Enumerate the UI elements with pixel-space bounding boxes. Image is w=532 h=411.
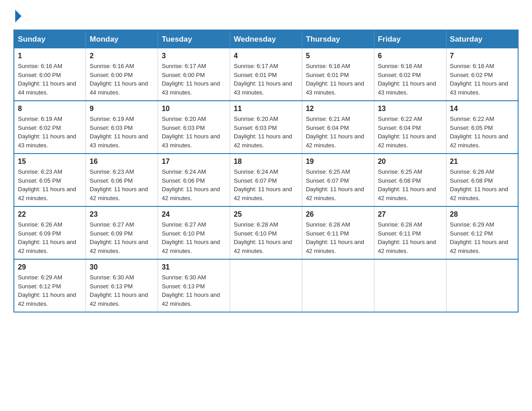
day-info: Sunrise: 6:27 AMSunset: 6:09 PMDaylight:…	[90, 220, 154, 255]
day-info: Sunrise: 6:19 AMSunset: 6:02 PMDaylight:…	[18, 115, 82, 150]
calendar-cell: 26 Sunrise: 6:28 AMSunset: 6:11 PMDaylig…	[302, 206, 374, 259]
day-number: 25	[234, 210, 298, 218]
day-info: Sunrise: 6:16 AMSunset: 6:00 PMDaylight:…	[90, 62, 154, 97]
day-number: 22	[18, 210, 82, 218]
calendar-cell: 4 Sunrise: 6:17 AMSunset: 6:01 PMDayligh…	[230, 48, 302, 101]
calendar-cell	[446, 259, 518, 312]
calendar-cell: 1 Sunrise: 6:16 AMSunset: 6:00 PMDayligh…	[14, 48, 86, 101]
day-number: 26	[306, 210, 370, 218]
day-info: Sunrise: 6:23 AMSunset: 6:06 PMDaylight:…	[90, 167, 154, 202]
day-info: Sunrise: 6:16 AMSunset: 6:00 PMDaylight:…	[18, 62, 82, 97]
day-info: Sunrise: 6:22 AMSunset: 6:04 PMDaylight:…	[378, 115, 442, 150]
day-number: 13	[378, 105, 442, 113]
day-info: Sunrise: 6:29 AMSunset: 6:12 PMDaylight:…	[450, 220, 514, 255]
calendar-cell: 10 Sunrise: 6:20 AMSunset: 6:03 PMDaylig…	[158, 101, 230, 154]
calendar-header-monday: Monday	[86, 30, 158, 48]
day-info: Sunrise: 6:18 AMSunset: 6:01 PMDaylight:…	[306, 62, 370, 97]
calendar-cell: 16 Sunrise: 6:23 AMSunset: 6:06 PMDaylig…	[86, 154, 158, 206]
calendar-cell: 20 Sunrise: 6:25 AMSunset: 6:08 PMDaylig…	[374, 154, 446, 206]
day-number: 15	[18, 158, 82, 166]
day-number: 3	[162, 52, 226, 60]
calendar-cell: 25 Sunrise: 6:28 AMSunset: 6:10 PMDaylig…	[230, 206, 302, 259]
calendar-header-row: SundayMondayTuesdayWednesdayThursdayFrid…	[14, 30, 518, 48]
day-number: 27	[378, 210, 442, 218]
calendar-cell: 22 Sunrise: 6:26 AMSunset: 6:09 PMDaylig…	[14, 206, 86, 259]
day-number: 14	[450, 105, 514, 113]
day-number: 17	[162, 158, 226, 166]
calendar-header-tuesday: Tuesday	[158, 30, 230, 48]
day-info: Sunrise: 6:28 AMSunset: 6:10 PMDaylight:…	[234, 220, 298, 255]
calendar-cell	[374, 259, 446, 312]
day-number: 31	[162, 263, 226, 271]
calendar-cell: 21 Sunrise: 6:26 AMSunset: 6:08 PMDaylig…	[446, 154, 518, 206]
day-number: 29	[18, 263, 82, 271]
day-info: Sunrise: 6:28 AMSunset: 6:11 PMDaylight:…	[378, 220, 442, 255]
calendar-cell: 14 Sunrise: 6:22 AMSunset: 6:05 PMDaylig…	[446, 101, 518, 154]
logo	[13, 9, 21, 21]
day-info: Sunrise: 6:21 AMSunset: 6:04 PMDaylight:…	[306, 115, 370, 150]
calendar-header-sunday: Sunday	[14, 30, 86, 48]
day-info: Sunrise: 6:22 AMSunset: 6:05 PMDaylight:…	[450, 115, 514, 150]
day-info: Sunrise: 6:24 AMSunset: 6:07 PMDaylight:…	[234, 167, 298, 202]
calendar-week-row: 8 Sunrise: 6:19 AMSunset: 6:02 PMDayligh…	[14, 101, 518, 154]
day-info: Sunrise: 6:17 AMSunset: 6:01 PMDaylight:…	[234, 62, 298, 97]
day-number: 4	[234, 52, 298, 60]
calendar-cell: 12 Sunrise: 6:21 AMSunset: 6:04 PMDaylig…	[302, 101, 374, 154]
day-info: Sunrise: 6:28 AMSunset: 6:11 PMDaylight:…	[306, 220, 370, 255]
calendar-cell	[230, 259, 302, 312]
day-info: Sunrise: 6:26 AMSunset: 6:09 PMDaylight:…	[18, 220, 82, 255]
page-header	[13, 9, 519, 21]
day-info: Sunrise: 6:20 AMSunset: 6:03 PMDaylight:…	[162, 115, 226, 150]
calendar-cell: 18 Sunrise: 6:24 AMSunset: 6:07 PMDaylig…	[230, 154, 302, 206]
day-number: 18	[234, 158, 298, 166]
day-number: 10	[162, 105, 226, 113]
calendar-cell: 6 Sunrise: 6:18 AMSunset: 6:02 PMDayligh…	[374, 48, 446, 101]
day-info: Sunrise: 6:18 AMSunset: 6:02 PMDaylight:…	[450, 62, 514, 97]
calendar-cell: 8 Sunrise: 6:19 AMSunset: 6:02 PMDayligh…	[14, 101, 86, 154]
day-number: 23	[90, 210, 154, 218]
day-number: 28	[450, 210, 514, 218]
calendar-cell: 13 Sunrise: 6:22 AMSunset: 6:04 PMDaylig…	[374, 101, 446, 154]
calendar-cell: 27 Sunrise: 6:28 AMSunset: 6:11 PMDaylig…	[374, 206, 446, 259]
day-number: 19	[306, 158, 370, 166]
calendar-cell: 2 Sunrise: 6:16 AMSunset: 6:00 PMDayligh…	[86, 48, 158, 101]
day-number: 11	[234, 105, 298, 113]
calendar-cell: 23 Sunrise: 6:27 AMSunset: 6:09 PMDaylig…	[86, 206, 158, 259]
day-number: 20	[378, 158, 442, 166]
calendar-cell: 28 Sunrise: 6:29 AMSunset: 6:12 PMDaylig…	[446, 206, 518, 259]
calendar-cell: 3 Sunrise: 6:17 AMSunset: 6:00 PMDayligh…	[158, 48, 230, 101]
calendar-header-saturday: Saturday	[446, 30, 518, 48]
logo-top	[13, 9, 21, 22]
day-number: 24	[162, 210, 226, 218]
calendar-week-row: 1 Sunrise: 6:16 AMSunset: 6:00 PMDayligh…	[14, 48, 518, 101]
calendar-cell: 7 Sunrise: 6:18 AMSunset: 6:02 PMDayligh…	[446, 48, 518, 101]
calendar-cell	[302, 259, 374, 312]
day-number: 7	[450, 52, 514, 60]
day-number: 12	[306, 105, 370, 113]
day-info: Sunrise: 6:25 AMSunset: 6:07 PMDaylight:…	[306, 167, 370, 202]
calendar-cell: 11 Sunrise: 6:20 AMSunset: 6:03 PMDaylig…	[230, 101, 302, 154]
day-number: 30	[90, 263, 154, 271]
day-number: 8	[18, 105, 82, 113]
day-info: Sunrise: 6:27 AMSunset: 6:10 PMDaylight:…	[162, 220, 226, 255]
calendar-cell: 19 Sunrise: 6:25 AMSunset: 6:07 PMDaylig…	[302, 154, 374, 206]
calendar-table: SundayMondayTuesdayWednesdayThursdayFrid…	[13, 30, 519, 313]
day-info: Sunrise: 6:23 AMSunset: 6:05 PMDaylight:…	[18, 167, 82, 202]
day-info: Sunrise: 6:24 AMSunset: 6:06 PMDaylight:…	[162, 167, 226, 202]
day-info: Sunrise: 6:30 AMSunset: 6:13 PMDaylight:…	[162, 273, 226, 308]
calendar-cell: 5 Sunrise: 6:18 AMSunset: 6:01 PMDayligh…	[302, 48, 374, 101]
calendar-cell: 9 Sunrise: 6:19 AMSunset: 6:03 PMDayligh…	[86, 101, 158, 154]
calendar-header-wednesday: Wednesday	[230, 30, 302, 48]
calendar-cell: 15 Sunrise: 6:23 AMSunset: 6:05 PMDaylig…	[14, 154, 86, 206]
calendar-week-row: 15 Sunrise: 6:23 AMSunset: 6:05 PMDaylig…	[14, 154, 518, 206]
day-number: 1	[18, 52, 82, 60]
calendar-cell: 29 Sunrise: 6:29 AMSunset: 6:12 PMDaylig…	[14, 259, 86, 312]
calendar-header-thursday: Thursday	[302, 30, 374, 48]
logo-arrow-icon	[15, 10, 21, 22]
day-number: 16	[90, 158, 154, 166]
calendar-header-friday: Friday	[374, 30, 446, 48]
day-number: 9	[90, 105, 154, 113]
calendar-week-row: 29 Sunrise: 6:29 AMSunset: 6:12 PMDaylig…	[14, 259, 518, 312]
calendar-cell: 24 Sunrise: 6:27 AMSunset: 6:10 PMDaylig…	[158, 206, 230, 259]
day-info: Sunrise: 6:25 AMSunset: 6:08 PMDaylight:…	[378, 167, 442, 202]
